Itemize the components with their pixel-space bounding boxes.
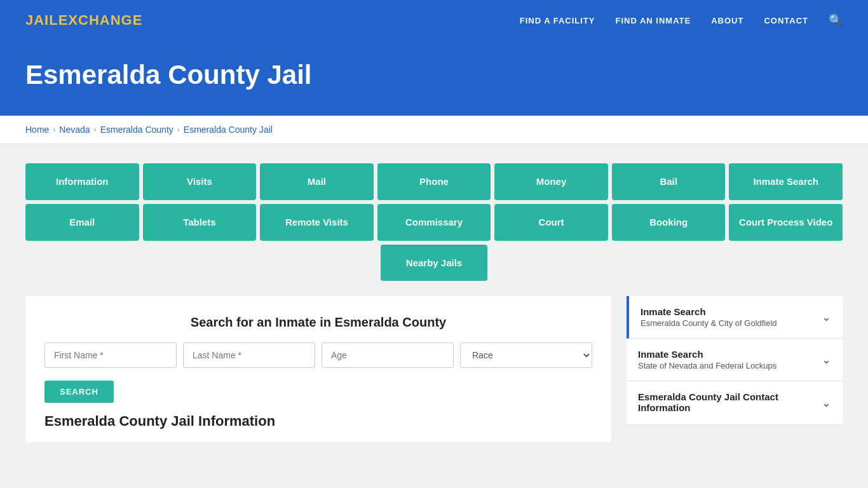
tablets-btn[interactable]: Tablets — [143, 204, 257, 241]
logo-exchange: EXCHANGE — [58, 12, 143, 28]
search-button[interactable]: SEARCH — [44, 381, 114, 403]
breadcrumb-home[interactable]: Home — [25, 125, 49, 135]
breadcrumb-current: Esmeralda County Jail — [184, 125, 273, 135]
information-btn[interactable]: Information — [25, 163, 139, 200]
mail-btn[interactable]: Mail — [260, 163, 374, 200]
sidebar-inmate-search-state[interactable]: Inmate Search State of Nevada and Federa… — [627, 339, 843, 381]
email-btn[interactable]: Email — [25, 204, 139, 241]
court-process-video-btn[interactable]: Court Process Video — [729, 204, 843, 241]
nav-find-inmate[interactable]: FIND AN INMATE — [615, 16, 691, 25]
chevron-down-icon-2: ⌄ — [822, 353, 831, 367]
sidebar-item-3-title: Esmeralda County Jail Contact Informatio… — [638, 391, 822, 413]
sidebar-item-1-subtitle: Esmeralda County & City of Goldfield — [641, 318, 777, 328]
breadcrumb-sep-1: › — [53, 125, 55, 134]
age-input[interactable] — [322, 342, 454, 368]
visits-btn[interactable]: Visits — [143, 163, 257, 200]
nav-about[interactable]: ABOUT — [711, 16, 743, 25]
site-logo[interactable]: JAILEXCHANGE — [25, 12, 142, 29]
right-panel: Inmate Search Esmeralda County & City of… — [627, 296, 843, 442]
buttons-row-3: Nearby Jails — [25, 245, 843, 281]
main-content: Information Visits Mail Phone Money Bail… — [0, 144, 868, 461]
money-btn[interactable]: Money — [494, 163, 608, 200]
search-form: Race White Black Hispanic Asian Other — [44, 342, 592, 368]
last-name-input[interactable] — [183, 342, 315, 368]
sidebar-item-2-subtitle: State of Nevada and Federal Lockups — [638, 361, 776, 370]
content-area: Search for an Inmate in Esmeralda County… — [25, 296, 843, 442]
commissary-btn[interactable]: Commissary — [377, 204, 491, 241]
breadcrumb-nevada[interactable]: Nevada — [59, 125, 90, 135]
first-name-input[interactable] — [44, 342, 177, 368]
nav-find-facility[interactable]: FIND A FACILITY — [520, 16, 595, 25]
hero-section: Esmeralda County Jail — [0, 41, 868, 116]
search-icon[interactable]: 🔍 — [829, 13, 843, 27]
court-btn[interactable]: Court — [494, 204, 608, 241]
bail-btn[interactable]: Bail — [612, 163, 726, 200]
nearby-jails-btn[interactable]: Nearby Jails — [381, 245, 487, 281]
search-title: Search for an Inmate in Esmeralda County — [44, 315, 592, 330]
phone-btn[interactable]: Phone — [377, 163, 491, 200]
breadcrumb: Home › Nevada › Esmeralda County › Esmer… — [0, 116, 868, 144]
buttons-row-2: Email Tablets Remote Visits Commissary C… — [25, 204, 843, 241]
left-panel: Search for an Inmate in Esmeralda County… — [25, 296, 611, 442]
nav-links: FIND A FACILITY FIND AN INMATE ABOUT CON… — [520, 13, 843, 27]
breadcrumb-esmeralda-county[interactable]: Esmeralda County — [100, 125, 173, 135]
sidebar-item-1-title: Inmate Search — [641, 306, 777, 317]
chevron-down-icon: ⌄ — [822, 310, 831, 324]
remote-visits-btn[interactable]: Remote Visits — [260, 204, 374, 241]
sidebar-inmate-search-goldfield[interactable]: Inmate Search Esmeralda County & City of… — [627, 296, 843, 339]
booking-btn[interactable]: Booking — [612, 204, 726, 241]
breadcrumb-sep-3: › — [177, 125, 180, 134]
buttons-row-1: Information Visits Mail Phone Money Bail… — [25, 163, 843, 200]
navigation: JAILEXCHANGE FIND A FACILITY FIND AN INM… — [0, 0, 868, 41]
inmate-search-btn[interactable]: Inmate Search — [729, 163, 843, 200]
logo-jail: JAIL — [25, 12, 58, 28]
bottom-section-title: Esmeralda County Jail Information — [44, 413, 592, 430]
breadcrumb-sep-2: › — [94, 125, 97, 134]
chevron-down-icon-3: ⌄ — [822, 396, 831, 410]
sidebar-item-2-title: Inmate Search — [638, 349, 776, 360]
sidebar-contact-info[interactable]: Esmeralda County Jail Contact Informatio… — [627, 381, 843, 425]
race-select[interactable]: Race White Black Hispanic Asian Other — [460, 342, 592, 368]
nav-contact[interactable]: CONTACT — [764, 16, 808, 25]
page-title: Esmeralda County Jail — [25, 60, 843, 90]
